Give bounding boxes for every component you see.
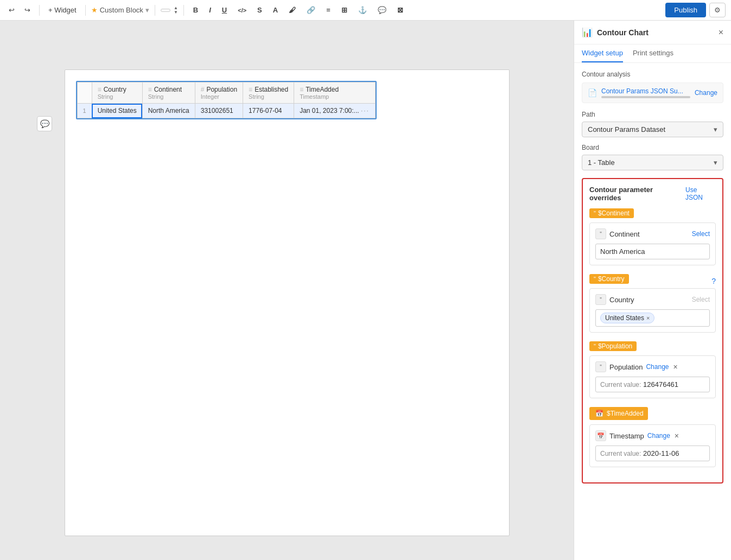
col-icon-3: ≡ <box>249 86 252 93</box>
widget-button[interactable]: + Widget <box>45 4 80 16</box>
italic-button[interactable]: I <box>205 4 215 16</box>
population-remove-btn[interactable]: × <box>672 362 679 371</box>
tab-print-settings[interactable]: Print settings <box>633 44 673 62</box>
timeadded-change-link[interactable]: Change <box>647 432 670 440</box>
path-select[interactable]: Contour Params Dataset ▾ <box>582 122 723 137</box>
timeadded-remove-btn[interactable]: × <box>673 431 680 440</box>
col-type-3: String <box>249 93 288 100</box>
more-button[interactable]: ⊠ <box>393 4 407 16</box>
continent-tag-label: $Continent <box>598 209 630 217</box>
table-cell[interactable]: United States <box>92 104 142 118</box>
continent-input[interactable] <box>595 244 710 259</box>
timeadded-current-label: Current value: <box>600 450 641 457</box>
country-chip-remove[interactable]: × <box>646 315 650 321</box>
country-quote-icon: " <box>594 276 596 282</box>
underline-button[interactable]: U <box>218 4 231 16</box>
table-body: 1United StatesNorth America3310026511776… <box>77 104 375 118</box>
timeadded-inner-cal-icon: 📅 <box>595 430 606 441</box>
col-header-continent: ≡ContinentString <box>142 82 195 104</box>
table-wrapper: ≡CountryString≡ContinentString#Populatio… <box>76 81 377 119</box>
country-input-tags[interactable]: United States × <box>595 309 710 327</box>
population-tag-label: $Population <box>598 342 632 350</box>
brush-button[interactable]: 🖌 <box>285 4 300 16</box>
file-name: Contour Params JSON Su... <box>601 87 690 95</box>
row-num-cell: 1 <box>77 104 92 118</box>
separator-2 <box>85 5 86 16</box>
panel-close-button[interactable]: × <box>719 28 723 37</box>
panel-content: Contour analysis 📄 Contour Params JSON S… <box>574 63 731 560</box>
col-icon-4: ≡ <box>300 86 303 93</box>
main-area: 💬 ≡CountryString≡ContinentString#Populat… <box>0 21 731 560</box>
country-tag-row: " $Country ? <box>589 274 716 288</box>
timeadded-cal-icon: 📅 <box>594 408 605 419</box>
country-help-icon[interactable]: ? <box>711 277 716 285</box>
panel-header: 📊 Contour Chart × <box>574 21 731 44</box>
comment-button[interactable]: 💬 <box>374 4 390 16</box>
table-cell[interactable]: North America <box>142 104 195 118</box>
continent-inner: " Continent Select <box>589 222 716 265</box>
country-tag: " $Country <box>589 274 629 284</box>
align-button[interactable]: ≡ <box>322 4 334 16</box>
country-select-link[interactable]: Select <box>692 296 710 303</box>
country-tag-label: $Country <box>598 275 625 283</box>
undo-button[interactable]: ↩ <box>5 4 18 16</box>
col-header-established: ≡EstablishedString <box>243 82 294 104</box>
population-current-value: 126476461 <box>643 380 678 389</box>
timeadded-tag: 📅 $TimeAdded <box>589 407 648 420</box>
settings-button[interactable]: ⚙ <box>709 3 726 17</box>
bold-button[interactable]: B <box>189 4 202 16</box>
param-continent-block: " $Continent " Continent Select <box>589 208 716 265</box>
contour-analysis-label: Contour analysis <box>582 71 723 78</box>
table-cell[interactable]: Jan 01, 2023 7:00:... ··· <box>294 104 376 118</box>
path-value: Contour Params Dataset <box>588 125 665 133</box>
contour-analysis-row: 📄 Contour Params JSON Su... Change <box>582 82 723 103</box>
population-inner: " Population Change × Current value: 126… <box>589 355 716 398</box>
col-header-timeadded: ≡TimeAddedTimestamp <box>294 82 376 104</box>
country-tag-chip: United States × <box>600 313 654 323</box>
population-current-label: Current value: <box>600 381 641 389</box>
strikethrough-button[interactable]: S <box>253 4 266 16</box>
tab-widget-setup[interactable]: Widget setup <box>582 44 623 62</box>
col-header-population: #PopulationInteger <box>195 82 243 104</box>
contour-change-link[interactable]: Change <box>695 89 717 97</box>
redo-button[interactable]: ↪ <box>21 4 34 16</box>
board-select[interactable]: 1 - Table ▾ <box>582 155 723 170</box>
table-cell[interactable]: 1776-07-04 <box>243 104 294 118</box>
timeadded-tag-label: $TimeAdded <box>607 410 644 417</box>
highlight-button[interactable]: A <box>269 4 282 16</box>
country-inner-header: " Country Select <box>595 294 710 305</box>
use-json-link[interactable]: Use JSON <box>685 186 716 201</box>
code-button[interactable]: </> <box>234 5 250 16</box>
link-button[interactable]: 🔗 <box>303 4 319 16</box>
text-size-controls: ▲ ▼ <box>174 6 178 15</box>
publish-button[interactable]: Publish <box>665 3 706 17</box>
block-dropdown-icon[interactable]: ▾ <box>145 6 149 14</box>
right-panel: 📊 Contour Chart × Widget setup Print set… <box>574 21 731 560</box>
col-type-4: Timestamp <box>300 93 370 100</box>
file-bar <box>601 96 690 98</box>
timeadded-current: Current value: 2020-11-06 <box>595 446 710 461</box>
table-button[interactable]: ⊞ <box>338 4 351 16</box>
overrides-title: Contour parameter overrides <box>589 186 685 202</box>
table-row: 1United StatesNorth America3310026511776… <box>77 104 375 118</box>
continent-quote-box: " <box>595 228 606 239</box>
size-down-arrow[interactable]: ▼ <box>174 10 178 15</box>
table-cell[interactable]: 331002651 <box>195 104 243 118</box>
continent-quote-icon: " <box>594 210 596 217</box>
row-num-header <box>77 82 92 104</box>
row-actions-icon[interactable]: ··· <box>361 107 370 114</box>
population-inner-label: Population <box>609 363 643 371</box>
anchor-button[interactable]: ⚓ <box>354 4 371 16</box>
population-change-link[interactable]: Change <box>646 363 669 371</box>
population-row-header: " Population Change × <box>595 361 710 372</box>
comment-float-icon[interactable]: 💬 <box>37 116 52 131</box>
population-quote-box: " <box>595 361 606 372</box>
block-name-container: ★ Custom Block ▾ <box>91 6 149 14</box>
separator-3 <box>155 5 155 16</box>
col-icon-2: # <box>201 86 205 93</box>
text-size-display <box>161 9 170 12</box>
continent-select-link[interactable]: Select <box>692 230 710 238</box>
continent-inner-header: " Continent Select <box>595 228 710 239</box>
country-inner-label: Country <box>609 296 634 304</box>
panel-tabs: Widget setup Print settings <box>574 44 731 63</box>
